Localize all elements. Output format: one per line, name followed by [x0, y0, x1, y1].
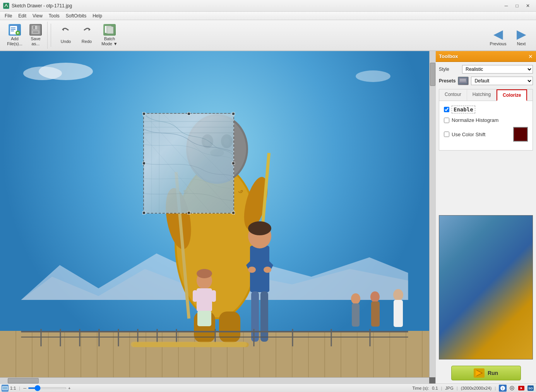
image-indicator-icon [2, 385, 9, 392]
selection-handle-br[interactable] [232, 211, 235, 214]
svg-rect-77 [131, 342, 247, 347]
menu-tools[interactable]: Tools [46, 12, 63, 20]
toolbox-close-button[interactable]: ✕ [528, 53, 533, 60]
svg-rect-69 [370, 329, 371, 346]
vertical-scroll-thumb[interactable] [430, 63, 435, 86]
status-sep-3: | [457, 386, 458, 390]
minimize-button[interactable]: ─ [501, 2, 511, 10]
next-icon: ▶ [517, 27, 526, 41]
presets-label: Presets [439, 78, 456, 84]
selection-handle-ml[interactable] [142, 162, 146, 165]
menu-softorbits[interactable]: SoftOrbits [63, 12, 89, 20]
presets-select[interactable]: Default Custom 1 Custom 2 [471, 77, 533, 85]
info-icon[interactable]: i [499, 385, 507, 392]
svg-point-71 [197, 269, 212, 278]
enable-checkbox[interactable] [444, 107, 449, 112]
maximize-button[interactable]: □ [512, 2, 522, 10]
menu-file[interactable]: File [2, 12, 15, 20]
selection-handle-bc[interactable] [187, 211, 190, 214]
sketch-lines [144, 114, 233, 213]
svg-point-51 [370, 291, 380, 302]
tab-hatching[interactable]: Hatching [467, 89, 497, 101]
save-as-label: Saveas... [31, 36, 40, 46]
undo-button[interactable]: Undo [56, 22, 76, 48]
status-sep-2: | [441, 386, 442, 390]
settings-icon[interactable] [508, 385, 516, 392]
redo-label: Redo [82, 39, 92, 44]
save-as-icon [29, 24, 42, 36]
selection-handle-tc[interactable] [187, 112, 190, 115]
youtube-icon[interactable] [517, 385, 525, 392]
horizontal-scroll-thumb[interactable] [8, 378, 39, 383]
menu-edit[interactable]: Edit [15, 12, 29, 20]
svg-rect-50 [352, 303, 360, 327]
svg-rect-58 [60, 329, 61, 346]
softorbits-icon[interactable]: SO [527, 385, 534, 392]
svg-rect-12 [33, 26, 35, 29]
svg-line-41 [144, 137, 211, 213]
svg-rect-86 [3, 387, 7, 390]
svg-rect-54 [394, 300, 403, 327]
svg-text:SO: SO [528, 387, 533, 390]
svg-point-44 [248, 221, 271, 235]
run-button[interactable]: Run [451, 366, 521, 380]
svg-rect-57 [41, 329, 42, 346]
toolbar-separator-1 [51, 24, 51, 47]
zoom-minus[interactable]: ─ [23, 386, 26, 390]
batch-mode-button[interactable]: BatchMode ▼ [98, 22, 122, 48]
close-button[interactable]: ✕ [523, 2, 533, 10]
svg-point-46 [264, 267, 271, 273]
svg-rect-73 [197, 311, 211, 326]
next-button[interactable]: ▶ Next [510, 23, 533, 50]
vertical-scrollbar[interactable] [429, 51, 435, 377]
svg-point-53 [393, 289, 403, 301]
next-label: Next [517, 41, 526, 46]
svg-rect-79 [459, 78, 467, 83]
run-icon [474, 368, 485, 378]
previous-button[interactable]: ◀ Previous [486, 23, 510, 50]
enable-label[interactable]: Enable [452, 106, 475, 113]
zoom-plus[interactable]: + [68, 386, 70, 390]
toolbar-nav: ◀ Previous ▶ Next [486, 20, 536, 50]
selection-handle-mr[interactable] [232, 162, 235, 165]
menu-view[interactable]: View [29, 12, 46, 20]
toolbox-body: Style Realistic Artistic Abstract Preset… [436, 62, 536, 212]
normalize-row: Normalize Histogram [444, 117, 528, 123]
batch-mode-icon [103, 24, 116, 36]
person-figure [240, 207, 279, 346]
selection-handle-tl[interactable] [142, 112, 146, 115]
normalize-checkbox[interactable] [444, 118, 449, 123]
style-select[interactable]: Realistic Artistic Abstract [462, 65, 533, 74]
cloud-3 [356, 70, 390, 82]
add-files-icon [9, 24, 21, 36]
color-shift-label[interactable]: Use Color Shift [452, 132, 485, 137]
svg-rect-59 [79, 329, 80, 346]
undo-label: Undo [61, 39, 71, 44]
style-label: Style [439, 67, 462, 72]
image-canvas [0, 51, 429, 377]
svg-rect-60 [99, 329, 100, 346]
save-as-button[interactable]: Saveas... [26, 22, 46, 48]
tab-contour[interactable]: Contour [439, 89, 467, 101]
status-bar: 1:1 | ─ + Time (s): 0.1 | JPG | (3000x20… [0, 383, 536, 392]
image-size-indicator: 1:1 [2, 385, 16, 392]
toolbar-edit-group: Undo Redo BatchMode ▼ [54, 22, 123, 49]
zoom-slider[interactable] [28, 387, 67, 389]
selection-handle-bl[interactable] [142, 211, 146, 214]
menu-help[interactable]: Help [89, 12, 105, 20]
tab-colorize[interactable]: Colorize [497, 89, 527, 101]
color-shift-checkbox[interactable] [444, 132, 449, 137]
redo-button[interactable]: Redo [77, 22, 97, 48]
canvas-area[interactable] [0, 51, 435, 383]
add-files-label: AddFile(s)... [7, 36, 22, 46]
presets-icon [458, 77, 469, 85]
horizontal-scrollbar[interactable] [0, 377, 429, 383]
normalize-label[interactable]: Normalize Histogram [452, 117, 498, 123]
status-sep-1: | [19, 386, 20, 390]
add-files-button[interactable]: AddFile(s)... [5, 22, 25, 48]
selection-handle-tr[interactable] [232, 112, 235, 115]
sketch-overlay [143, 113, 234, 214]
svg-rect-66 [253, 329, 255, 346]
color-swatch[interactable] [513, 127, 528, 142]
window-title: Sketch Drawer - otp-1711.jpg [12, 3, 72, 9]
